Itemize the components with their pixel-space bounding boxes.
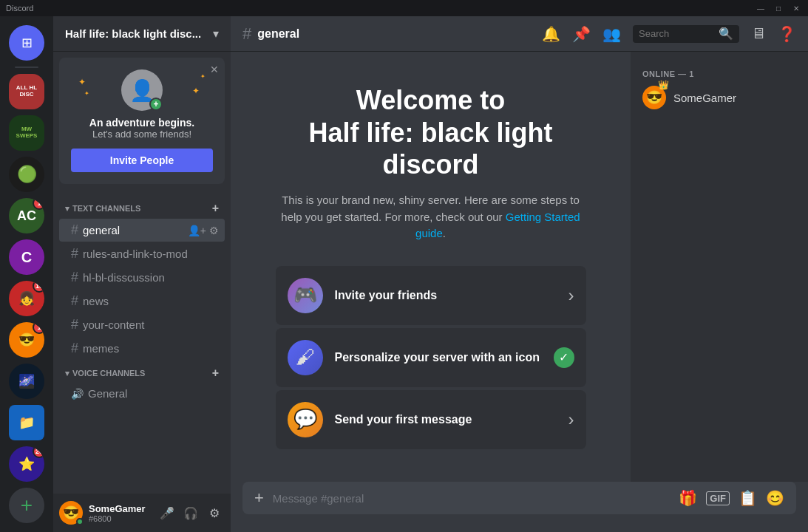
sparkle-right2-icon: ✦	[192, 86, 200, 96]
channel-name-hlbl: hl-bl-disscussion	[83, 271, 165, 284]
minimize-button[interactable]: —	[755, 4, 767, 13]
server-icon-c[interactable]: C	[9, 239, 44, 275]
voice-channel-general[interactable]: 🔊 General	[59, 383, 225, 403]
app-title: Discord	[6, 4, 33, 13]
invite-people-button[interactable]: Invite People	[71, 149, 213, 172]
speaker-icon: 🔊	[71, 388, 84, 400]
add-user-icon[interactable]: 👤+	[188, 225, 206, 236]
completed-check-icon: ✓	[554, 347, 574, 368]
inbox-icon[interactable]: 🖥	[751, 25, 766, 42]
channel-memes[interactable]: # memes	[59, 337, 225, 360]
server-list: ⊞ ALL HLDISC MWSWEPS 🟢 AC 1 C 👧 15	[0, 16, 53, 532]
hash-icon: #	[71, 222, 78, 238]
server-icon-anime[interactable]: 👧 15	[9, 281, 44, 316]
channel-sidebar: Half life: black light disc... ▾ ✕ ✦ ✦ ✦…	[53, 16, 231, 532]
channel-hlbl[interactable]: # hl-bl-disscussion	[59, 266, 225, 289]
header-icons: 🔔 📌 👥 🔍 🖥 ❓	[542, 25, 796, 43]
channel-your-content[interactable]: # your-content	[59, 313, 225, 336]
search-input[interactable]	[639, 28, 716, 39]
members-online-title: ONLINE — 1	[636, 64, 802, 81]
invite-text-line1: An adventure begins.	[71, 117, 213, 129]
gif-button[interactable]: GIF	[706, 491, 730, 505]
upload-icon[interactable]: 📋	[739, 489, 757, 507]
message-input-icons: 🎁 GIF 📋 😊	[679, 489, 784, 507]
server-badge-ac: 1	[33, 198, 44, 210]
server-icon-smile[interactable]: 😎 1	[9, 322, 44, 358]
invite-friends-card[interactable]: 🎮 Invite your friends ›	[276, 266, 586, 325]
user-panel: 😎 SomeGamer #6800 🎤 🎧 ⚙	[53, 494, 231, 532]
members-sidebar: ONLINE — 1 😎 👑 SomeGamer	[631, 52, 808, 482]
user-tag: #6800	[89, 514, 151, 523]
send-message-icon: 💬	[288, 402, 323, 437]
personalize-icon-card[interactable]: 🖌 Personalize your server with an icon ✓	[276, 328, 586, 387]
text-channels-category[interactable]: ▾ Text Channels +	[53, 196, 231, 218]
server-icon-portal[interactable]: 🟢	[9, 157, 44, 192]
gift-icon[interactable]: 🎁	[679, 489, 697, 507]
invite-card-text: An adventure begins. Let's add some frie…	[71, 117, 213, 140]
hash-icon: #	[71, 317, 78, 332]
member-name: SomeGamer	[673, 92, 736, 104]
username: SomeGamer	[89, 503, 151, 514]
channel-name-rules: rules-and-link-to-mod	[83, 248, 188, 260]
send-message-label: Send your first message	[335, 413, 557, 426]
sparkle-icon: ✦	[78, 77, 86, 87]
member-item[interactable]: 😎 👑 SomeGamer	[636, 81, 802, 114]
collapse-icon: ▾	[65, 369, 69, 378]
send-message-card[interactable]: 💬 Send your first message ›	[276, 390, 586, 449]
channel-general[interactable]: # general 👤+ ⚙	[59, 219, 225, 242]
channels-list: ▾ Text Channels + # general 👤+ ⚙ # rules…	[53, 190, 231, 494]
crown-icon: 👑	[658, 80, 669, 90]
add-server-button[interactable]: +	[9, 488, 44, 523]
text-channels-label: Text Channels	[72, 204, 140, 213]
collapse-icon: ▾	[65, 204, 69, 214]
chevron-down-icon: ▾	[213, 27, 219, 41]
pin-icon[interactable]: 📌	[572, 25, 591, 43]
avatar-plus-badge: +	[149, 98, 163, 111]
add-attachment-button[interactable]: +	[254, 488, 264, 508]
channel-news[interactable]: # news	[59, 290, 225, 313]
message-text-input[interactable]	[273, 483, 670, 514]
mute-button[interactable]: 🎤	[157, 502, 177, 523]
hash-icon: #	[71, 246, 78, 262]
channel-rules[interactable]: # rules-and-link-to-mod	[59, 242, 225, 265]
maximize-button[interactable]: □	[773, 4, 784, 13]
notifications-icon[interactable]: 🔔	[542, 25, 560, 43]
invite-friends-chevron: ›	[568, 285, 574, 306]
welcome-title: Welcome toHalf life: black lightdiscord	[308, 84, 552, 180]
invite-card: ✕ ✦ ✦ ✦ ✦ 👤 + An adventure begins. Let's…	[59, 58, 225, 184]
invite-friends-label: Invite your friends	[335, 289, 557, 302]
server-icon-space[interactable]: 🌌	[9, 364, 44, 399]
channel-name-memes: memes	[83, 342, 119, 355]
server-icon-hl[interactable]: ALL HLDISC	[9, 74, 44, 109]
emoji-picker-button[interactable]: 😊	[766, 489, 784, 507]
search-icon: 🔍	[719, 27, 733, 41]
user-avatar: 😎	[59, 501, 83, 525]
welcome-area: Welcome toHalf life: black lightdiscord …	[231, 52, 631, 482]
deafen-button[interactable]: 🎧	[180, 502, 201, 523]
invite-card-avatar-area: ✦ ✦ ✦ ✦ 👤 +	[71, 69, 213, 111]
server-icon-ac[interactable]: AC 1	[9, 198, 44, 233]
welcome-desc: This is your brand new, shiny server. He…	[276, 192, 586, 242]
settings-icon[interactable]: ⚙	[209, 225, 219, 236]
title-bar: Discord — □ ✕	[0, 0, 808, 16]
server-icon-mw[interactable]: MWSWEPS	[9, 115, 44, 151]
help-icon[interactable]: ❓	[778, 25, 796, 43]
members-icon[interactable]: 👥	[602, 25, 621, 43]
server-divider	[15, 66, 38, 68]
voice-channels-category[interactable]: ▾ Voice Channels +	[53, 361, 231, 383]
channel-name-your-content: your-content	[83, 318, 144, 331]
search-bar[interactable]: 🔍	[633, 25, 739, 43]
invite-friends-icon: 🎮	[288, 278, 323, 313]
user-settings-button[interactable]: ⚙	[204, 502, 225, 523]
channel-header-name: general	[257, 27, 299, 41]
server-header[interactable]: Half life: black light disc... ▾	[53, 16, 231, 52]
voice-channel-name-general: General	[88, 387, 127, 400]
server-icon-folder[interactable]: 📁	[9, 405, 44, 440]
sparkle-right-icon: ✦	[200, 73, 206, 80]
close-button[interactable]: ✕	[790, 4, 802, 13]
server-icon-discord[interactable]: ⊞	[9, 25, 44, 61]
server-badge-anime: 15	[33, 281, 44, 293]
add-voice-channel-button[interactable]: +	[212, 366, 219, 380]
add-channel-button[interactable]: +	[212, 202, 219, 215]
server-icon-star[interactable]: ⭐ 20	[9, 446, 44, 482]
